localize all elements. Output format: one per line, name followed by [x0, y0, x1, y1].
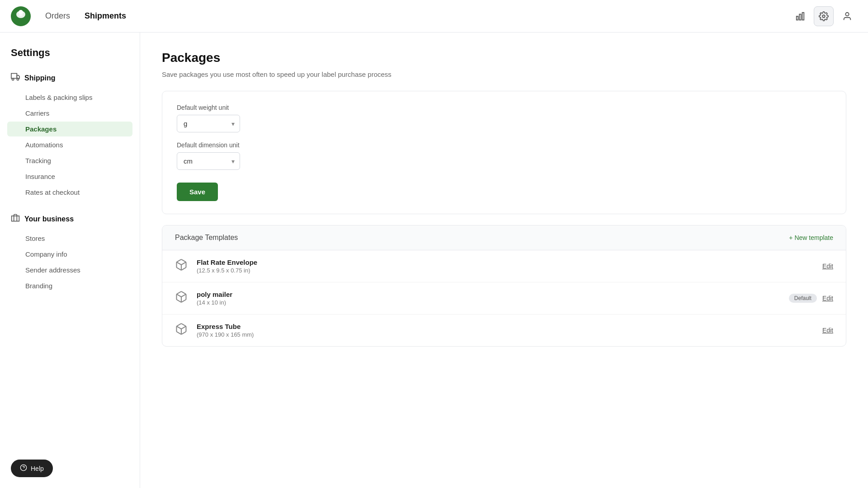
- template-actions-flat-rate: Edit: [822, 263, 833, 270]
- settings-button[interactable]: [814, 6, 834, 26]
- analytics-icon: [795, 11, 805, 21]
- template-info-flat-rate: Flat Rate Envelope (12.5 x 9.5 x 0.75 in…: [197, 258, 815, 274]
- sidebar-title: Settings: [7, 47, 132, 59]
- svg-rect-3: [797, 16, 798, 20]
- template-info-poly-mailer: poly mailer (14 x 10 in): [197, 291, 782, 306]
- dimension-unit-field: Default dimension unit cm mm in ▾: [177, 141, 831, 170]
- package-icon-flat-rate: [175, 258, 189, 274]
- sidebar-shipping-header: Shipping: [7, 70, 132, 86]
- user-button[interactable]: [837, 6, 857, 26]
- truck-icon: [11, 72, 20, 84]
- dimension-unit-label: Default dimension unit: [177, 141, 831, 149]
- nav-links: Orders Shipments: [45, 9, 790, 23]
- save-button[interactable]: Save: [177, 183, 218, 201]
- logo-icon: [11, 6, 31, 26]
- edit-button-express-tube[interactable]: Edit: [822, 327, 833, 334]
- app-logo[interactable]: [11, 6, 31, 26]
- nav-orders[interactable]: Orders: [45, 9, 70, 23]
- page-description: Save packages you use most often to spee…: [162, 70, 846, 78]
- templates-title: Package Templates: [175, 234, 238, 242]
- template-dims-express-tube: (970 x 190 x 165 mm): [197, 331, 815, 338]
- svg-rect-4: [799, 14, 801, 20]
- template-row: Flat Rate Envelope (12.5 x 9.5 x 0.75 in…: [162, 250, 846, 282]
- svg-point-11: [17, 78, 19, 80]
- sidebar-item-insurance[interactable]: Insurance: [7, 169, 132, 184]
- svg-point-2: [19, 10, 23, 14]
- help-circle-icon: [20, 464, 27, 473]
- weight-unit-select[interactable]: g kg oz lb: [177, 115, 240, 132]
- sidebar-business-header: Your business: [7, 211, 132, 227]
- template-name-flat-rate: Flat Rate Envelope: [197, 258, 815, 266]
- template-info-express-tube: Express Tube (970 x 190 x 165 mm): [197, 323, 815, 338]
- dimension-unit-select-wrapper: cm mm in ▾: [177, 152, 240, 170]
- template-row: poly mailer (14 x 10 in) Default Edit: [162, 282, 846, 314]
- sidebar-item-automations[interactable]: Automations: [7, 137, 132, 152]
- svg-rect-8: [11, 74, 17, 79]
- main-content: Packages Save packages you use most ofte…: [140, 33, 868, 488]
- template-actions-poly-mailer: Default Edit: [789, 294, 833, 303]
- user-icon: [842, 11, 852, 21]
- sidebar-item-sender[interactable]: Sender addresses: [7, 263, 132, 277]
- app-layout: Settings Shipping Labels & packing slips…: [0, 33, 868, 488]
- sidebar-item-labels[interactable]: Labels & packing slips: [7, 90, 132, 105]
- templates-header: Package Templates + New template: [162, 225, 846, 250]
- template-dims-flat-rate: (12.5 x 9.5 x 0.75 in): [197, 267, 815, 274]
- new-template-button[interactable]: + New template: [789, 234, 833, 241]
- sidebar-section-shipping: Shipping Labels & packing slips Carriers…: [7, 70, 132, 200]
- template-name-poly-mailer: poly mailer: [197, 291, 782, 298]
- template-dims-poly-mailer: (14 x 10 in): [197, 299, 782, 306]
- template-actions-express-tube: Edit: [822, 327, 833, 334]
- svg-point-6: [822, 15, 825, 18]
- sidebar-item-packages[interactable]: Packages: [7, 122, 132, 136]
- package-icon-express-tube: [175, 323, 189, 338]
- default-badge: Default: [789, 294, 817, 303]
- template-name-express-tube: Express Tube: [197, 323, 815, 330]
- sidebar: Settings Shipping Labels & packing slips…: [0, 33, 140, 488]
- sidebar-item-branding[interactable]: Branding: [7, 278, 132, 293]
- svg-rect-5: [802, 12, 804, 20]
- default-units-card: Default weight unit g kg oz lb ▾ Default…: [162, 91, 846, 214]
- svg-point-7: [845, 12, 849, 15]
- dimension-unit-select[interactable]: cm mm in: [177, 152, 240, 170]
- page-title: Packages: [162, 51, 846, 65]
- nav-shipments[interactable]: Shipments: [85, 9, 126, 23]
- sidebar-item-carriers[interactable]: Carriers: [7, 106, 132, 121]
- edit-button-poly-mailer[interactable]: Edit: [822, 295, 833, 302]
- svg-point-10: [12, 78, 14, 80]
- top-navigation: Orders Shipments: [0, 0, 868, 33]
- weight-unit-field: Default weight unit g kg oz lb ▾: [177, 104, 831, 132]
- edit-button-flat-rate[interactable]: Edit: [822, 263, 833, 270]
- sidebar-shipping-label: Shipping: [24, 74, 55, 82]
- help-button[interactable]: Help: [11, 460, 53, 477]
- sidebar-business-label: Your business: [24, 215, 74, 223]
- package-icon-poly-mailer: [175, 291, 189, 306]
- help-label: Help: [31, 465, 44, 472]
- building-icon: [11, 213, 20, 225]
- sidebar-item-stores[interactable]: Stores: [7, 231, 132, 246]
- svg-rect-12: [12, 216, 19, 221]
- package-templates-card: Package Templates + New template Flat Ra…: [162, 225, 846, 347]
- svg-marker-9: [17, 75, 19, 79]
- sidebar-item-company[interactable]: Company info: [7, 247, 132, 262]
- analytics-button[interactable]: [790, 6, 810, 26]
- sidebar-item-tracking[interactable]: Tracking: [7, 153, 132, 168]
- sidebar-item-rates[interactable]: Rates at checkout: [7, 185, 132, 200]
- weight-unit-select-wrapper: g kg oz lb ▾: [177, 115, 240, 132]
- settings-icon: [819, 11, 829, 21]
- nav-actions: [790, 6, 857, 26]
- weight-unit-label: Default weight unit: [177, 104, 831, 111]
- sidebar-section-business: Your business Stores Company info Sender…: [7, 211, 132, 293]
- template-row: Express Tube (970 x 190 x 165 mm) Edit: [162, 314, 846, 346]
